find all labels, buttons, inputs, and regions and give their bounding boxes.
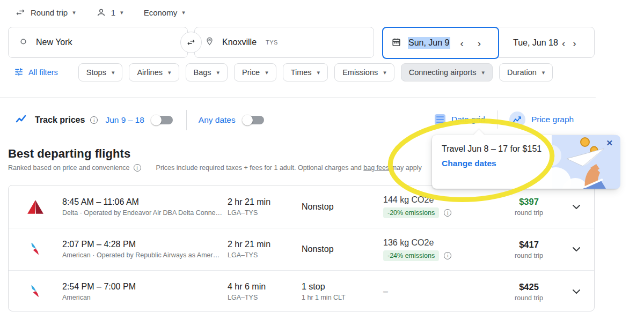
track-prices-toggle[interactable] xyxy=(151,115,173,125)
filter-chip-bags[interactable]: Bags▾ xyxy=(186,63,228,81)
info-icon[interactable] xyxy=(134,164,141,172)
flight-times: 2:07 PM – 4:28 PM xyxy=(62,240,228,249)
divider xyxy=(186,110,187,130)
price-note: round trip xyxy=(500,294,558,302)
chevron-down-icon xyxy=(572,289,581,294)
divider xyxy=(497,110,497,129)
any-dates-label: Any dates xyxy=(199,115,236,125)
chevron-down-icon: ▾ xyxy=(317,70,320,76)
origin-circle-icon xyxy=(19,37,28,48)
co2-value: 144 kg CO2e xyxy=(383,195,500,205)
swap-horiz-icon xyxy=(15,7,26,18)
price: $397 xyxy=(500,197,558,207)
duration-cell: 4 hr 6 min LGA–TYS xyxy=(228,282,302,301)
emissions-cell: – xyxy=(383,287,500,296)
chevron-down-icon: ▾ xyxy=(265,70,268,76)
route: LGA–TYS xyxy=(228,294,302,301)
close-icon[interactable]: ✕ xyxy=(606,139,613,147)
change-dates-link[interactable]: Change dates xyxy=(442,159,552,168)
stops-cell: Nonstop xyxy=(302,202,383,212)
expand-flight-button[interactable] xyxy=(558,247,595,252)
price-graph-label: Price graph xyxy=(531,115,574,124)
trip-options-bar: Round trip ▾ 1 ▾ Economy ▾ xyxy=(15,4,185,20)
expand-flight-button[interactable] xyxy=(558,289,595,294)
origin-value: New York xyxy=(36,38,72,47)
tracked-date-range: Jun 9 – 18 xyxy=(105,115,144,125)
route: LGA–TYS xyxy=(228,251,302,259)
dates-field-group: Tue, Jun 18 ‹ › Sun, Jun 9 ‹ › xyxy=(382,27,595,58)
depart-date-field[interactable]: Sun, Jun 9 ‹ › xyxy=(382,27,499,59)
stops: Nonstop xyxy=(302,202,383,212)
price-disclaimer: Prices include required taxes + fees for… xyxy=(156,164,422,172)
all-filters-label: All filters xyxy=(28,68,58,77)
section-divider xyxy=(0,98,596,98)
duration: 2 hr 21 min xyxy=(228,240,302,249)
person-icon xyxy=(96,8,106,18)
price: $417 xyxy=(500,240,558,250)
passenger-select[interactable]: 1 ▾ xyxy=(96,8,123,18)
emissions-badge: -24% emissions xyxy=(383,250,439,261)
flight-info: 2:54 PM – 7:00 PM American xyxy=(62,282,228,301)
filter-chip-emissions[interactable]: Emissions▾ xyxy=(334,63,394,81)
filter-chip-times[interactable]: Times▾ xyxy=(283,63,328,81)
price-graph-button[interactable]: Price graph xyxy=(509,112,574,128)
filter-chip-stops[interactable]: Stops▾ xyxy=(78,63,123,81)
expand-flight-button[interactable] xyxy=(558,204,595,210)
chevron-down-icon: ▾ xyxy=(182,10,185,16)
price-note: round trip xyxy=(500,209,558,217)
emissions-cell: 136 kg CO2e -24% emissions xyxy=(383,238,500,261)
popup-text: Travel Jun 8 – 17 for $151 Change dates xyxy=(432,135,552,189)
date-grid-label: Date grid xyxy=(451,115,485,124)
return-date-prev-icon[interactable]: ‹ xyxy=(558,38,569,48)
duration: 2 hr 21 min xyxy=(228,197,302,207)
depart-date-next-icon[interactable]: › xyxy=(474,38,485,48)
stops-cell: Nonstop xyxy=(302,244,383,254)
bag-fees-link[interactable]: bag fees xyxy=(363,164,389,172)
calendar-icon xyxy=(391,37,401,49)
cabin-class-label: Economy xyxy=(144,8,178,17)
return-date-next-icon[interactable]: › xyxy=(569,38,580,48)
chevron-down-icon: ▾ xyxy=(112,70,115,76)
date-grid-icon xyxy=(435,114,445,125)
chevron-down-icon xyxy=(572,247,581,252)
popup-message: Travel Jun 8 – 17 for $151 xyxy=(442,143,552,155)
info-icon[interactable] xyxy=(444,252,451,259)
tune-icon xyxy=(14,67,24,78)
page-title: Best departing flights xyxy=(8,147,130,161)
flight-info: 2:07 PM – 4:28 PM American · Operated by… xyxy=(62,240,228,259)
chevron-down-icon: ▾ xyxy=(217,70,220,76)
all-filters-button[interactable]: All filters xyxy=(14,67,58,78)
info-icon[interactable] xyxy=(90,116,98,124)
swap-locations-button[interactable] xyxy=(180,32,202,53)
filter-chip-connecting-airports[interactable]: Connecting airports▾ xyxy=(401,63,493,81)
co2-value: – xyxy=(383,287,500,296)
filter-chip-airlines[interactable]: Airlines▾ xyxy=(129,63,179,81)
chevron-down-icon: ▾ xyxy=(383,70,386,76)
date-grid-button[interactable]: Date grid xyxy=(435,114,485,125)
price-cell: $425 round trip xyxy=(500,282,558,302)
cabin-class-select[interactable]: Economy ▾ xyxy=(144,8,185,17)
origin-field[interactable]: New York xyxy=(8,27,188,58)
passenger-count: 1 xyxy=(111,8,115,17)
american-airlines-logo-icon xyxy=(9,241,62,257)
filter-chip-duration[interactable]: Duration▾ xyxy=(499,63,553,81)
price-cell: $397 round trip xyxy=(500,197,558,217)
destination-field[interactable]: Knoxville TYS xyxy=(194,27,374,58)
return-date-value: Tue, Jun 18 xyxy=(513,38,558,48)
search-row: New York Knoxville TYS Tue, Jun 18 ‹ › S… xyxy=(8,27,595,58)
chevron-down-icon: ▾ xyxy=(168,70,171,76)
trip-type-select[interactable]: Round trip ▾ xyxy=(15,7,76,18)
depart-date-prev-icon[interactable]: ‹ xyxy=(457,38,467,48)
any-dates-toggle[interactable] xyxy=(242,115,265,125)
destination-airport-code: TYS xyxy=(266,39,278,46)
route: LGA–TYS xyxy=(228,209,302,217)
carrier-info: American xyxy=(62,294,228,301)
flight-row-american-nonstop[interactable]: 2:07 PM – 4:28 PM American · Operated by… xyxy=(9,228,594,270)
info-icon[interactable] xyxy=(444,209,451,217)
flight-row-american-1stop[interactable]: 2:54 PM – 7:00 PM American 4 hr 6 min LG… xyxy=(9,270,594,311)
flight-row-delta[interactable]: 8:45 AM – 11:06 AM Delta · Operated by E… xyxy=(9,185,594,228)
price: $425 xyxy=(500,282,558,292)
filter-chip-price[interactable]: Price▾ xyxy=(234,63,276,81)
view-buttons: Date grid Price graph xyxy=(435,110,574,129)
return-date-field[interactable]: Tue, Jun 18 ‹ › xyxy=(503,27,594,58)
